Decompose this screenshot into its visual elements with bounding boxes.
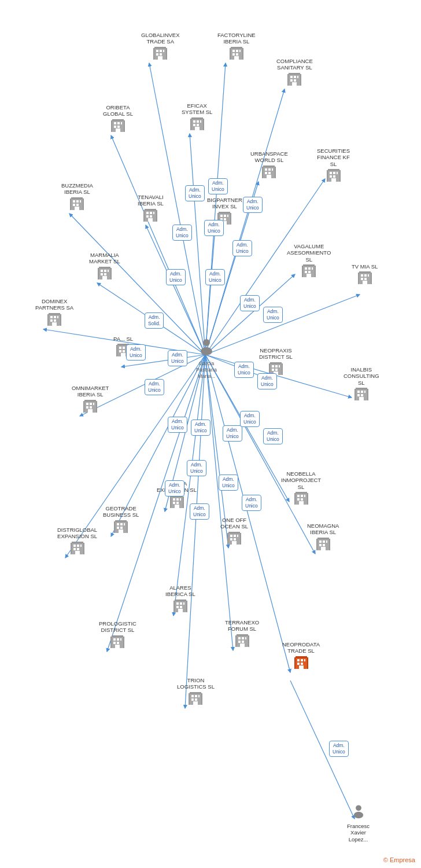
svg-rect-298: [248, 635, 249, 647]
adm-box-21[interactable]: Adm. Unico: [187, 460, 206, 476]
company-node-omnimarket: OMNIMARKET IBERIA SL: [72, 385, 109, 418]
svg-rect-253: [124, 523, 125, 525]
company-node-urbanspace: URBANSPACE WORLD SL: [250, 150, 288, 184]
svg-rect-98: [275, 167, 276, 178]
svg-rect-169: [49, 313, 60, 315]
adm-box-24[interactable]: Adm. Unico: [242, 495, 261, 511]
svg-rect-74: [193, 124, 195, 126]
adm-box-0[interactable]: Adm. Unico: [185, 185, 205, 201]
svg-rect-246: [321, 547, 326, 550]
adm-box-7[interactable]: Adm. Unico: [166, 269, 186, 285]
svg-rect-204: [86, 406, 88, 409]
svg-rect-261: [73, 545, 76, 547]
adm-box-25[interactable]: Adm. Unico: [190, 503, 209, 520]
svg-rect-75: [197, 124, 199, 126]
company-label-geotrade: GEOTRADE BUSINESS SL: [103, 505, 139, 518]
svg-rect-233: [237, 535, 238, 537]
svg-rect-287: [110, 637, 112, 648]
company-label-neopraxis: NEOPRAXIS DISTRICT SL: [259, 347, 293, 361]
svg-rect-132: [308, 267, 311, 270]
adm-box-26[interactable]: Adm. Unico: [329, 741, 349, 757]
svg-rect-133: [312, 267, 313, 270]
adm-box-3[interactable]: Adm. Unico: [172, 225, 192, 241]
svg-rect-262: [77, 545, 79, 547]
adm-box-13[interactable]: Adm. Unico: [234, 362, 254, 378]
svg-rect-53: [297, 76, 298, 78]
adm-box-8[interactable]: Adm. Unico: [205, 269, 225, 285]
svg-rect-267: [71, 543, 72, 554]
svg-rect-314: [191, 698, 194, 701]
svg-point-322: [356, 805, 361, 811]
svg-rect-111: [146, 212, 149, 214]
svg-rect-303: [304, 659, 305, 661]
svg-rect-144: [101, 273, 103, 275]
adm-box-23[interactable]: Adm. Unico: [165, 480, 184, 496]
svg-rect-172: [123, 347, 125, 349]
svg-rect-193: [364, 391, 365, 393]
company-node-neoprodata: NEOPRODATA TRADE SL: [282, 641, 320, 675]
company-label-marmalia: MARMALIA MARKET SL: [89, 252, 120, 265]
company-label-vagalume: VAGALUME ASESORMIENTO SL: [287, 243, 331, 263]
svg-rect-65: [117, 126, 120, 128]
company-node-geotrade: GEOTRADE BUSINESS SL: [103, 505, 139, 539]
svg-rect-91: [265, 168, 267, 171]
svg-rect-183: [279, 365, 280, 367]
svg-rect-112: [150, 212, 152, 214]
svg-rect-137: [302, 266, 303, 277]
svg-rect-207: [83, 401, 84, 413]
svg-rect-302: [301, 659, 303, 661]
company-node-trion: TRION LOGISTICS SL: [177, 677, 215, 711]
adm-box-14[interactable]: Adm. Unico: [257, 373, 277, 389]
svg-rect-104: [73, 204, 75, 206]
adm-box-18[interactable]: Adm. Unico: [223, 425, 242, 442]
adm-box-1[interactable]: Adm. Unico: [208, 178, 228, 194]
adm-box-16[interactable]: Adm. Unico: [168, 417, 187, 433]
adm-box-5[interactable]: Adm. Unico: [232, 240, 252, 256]
svg-rect-81: [330, 172, 332, 174]
company-label-dominex: DOMINEX PARTNERS SA: [35, 298, 73, 311]
svg-rect-219: [296, 492, 307, 494]
svg-rect-214: [297, 498, 300, 501]
svg-rect-222: [176, 498, 179, 501]
svg-rect-289: [112, 635, 123, 637]
francesc-person-label: Francesc Xavier Lopez...: [347, 823, 370, 843]
company-label-omnimarket: OMNIMARKET IBERIA SL: [72, 385, 109, 398]
company-node-one_off: ONE OFF OCEAN SL: [220, 517, 248, 550]
svg-rect-85: [333, 175, 335, 178]
company-node-compliance: COMPLIANCE SANITARY SL: [276, 58, 313, 91]
adm-box-2[interactable]: Adm. Unico: [243, 197, 263, 213]
company-node-dominex: DOMINEX PARTNERS SA: [35, 298, 73, 332]
svg-line-8: [146, 225, 205, 355]
adm-box-11[interactable]: Adm. Unico: [126, 344, 146, 361]
company-node-neomagna: NEOMAGNA IBERIA SL: [307, 523, 339, 556]
adm-box-20[interactable]: Adm. Unico: [263, 428, 283, 444]
svg-rect-217: [294, 493, 296, 505]
svg-rect-277: [173, 601, 175, 612]
svg-rect-311: [191, 695, 194, 697]
svg-rect-162: [54, 316, 56, 318]
adm-box-6[interactable]: Adm. Solid.: [145, 312, 164, 329]
adm-box-17[interactable]: Adm. Unico: [191, 420, 211, 436]
company-label-tenavali: TENAVALI IBERIA SL: [138, 194, 164, 207]
svg-point-320: [203, 339, 210, 346]
svg-rect-129: [219, 212, 230, 214]
svg-rect-309: [296, 656, 307, 658]
adm-box-22[interactable]: Adm. Unico: [219, 475, 238, 491]
copyright-label: © Empresa: [383, 856, 415, 863]
svg-rect-61: [114, 122, 116, 124]
svg-rect-156: [363, 281, 367, 284]
svg-rect-138: [315, 266, 316, 277]
svg-rect-158: [371, 273, 372, 284]
adm-box-19[interactable]: Adm. Unico: [240, 411, 260, 427]
adm-box-10[interactable]: Adm. Unico: [263, 307, 283, 323]
svg-rect-213: [304, 495, 305, 497]
svg-rect-251: [117, 523, 119, 525]
adm-box-9[interactable]: Adm. Unico: [240, 295, 260, 311]
adm-box-15[interactable]: Adm. Unico: [145, 379, 164, 395]
adm-box-4[interactable]: Adm. Unico: [204, 220, 224, 236]
adm-box-12[interactable]: Adm. Unico: [168, 350, 187, 366]
svg-rect-305: [301, 663, 303, 665]
svg-rect-148: [110, 268, 112, 279]
svg-rect-71: [193, 120, 195, 123]
svg-rect-57: [287, 74, 289, 86]
